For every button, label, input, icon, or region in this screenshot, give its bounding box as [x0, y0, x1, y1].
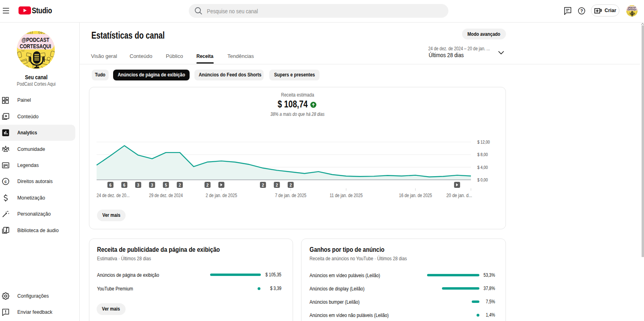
svg-text:$ 12,00: $ 12,00	[477, 140, 490, 144]
svg-text:2: 2	[206, 183, 209, 187]
svg-text:16 de jan. de 2025: 16 de jan. de 2025	[399, 193, 432, 198]
svg-text:2: 2	[276, 183, 278, 187]
svg-text:24 de dez. de 20...: 24 de dez. de 20...	[97, 193, 130, 198]
svg-text:20 de jan. d...: 20 de jan. d...	[446, 193, 472, 198]
svg-text:2: 2	[179, 183, 181, 187]
svg-text:11 de jan. de 2025: 11 de jan. de 2025	[330, 193, 363, 198]
svg-text:?: ?	[580, 8, 583, 13]
svg-text:$ 4,00: $ 4,00	[477, 165, 488, 170]
svg-text:2 de jan. de 2025: 2 de jan. de 2025	[206, 193, 237, 198]
svg-text:7 de jan. de 2025: 7 de jan. de 2025	[275, 193, 306, 198]
svg-text:6: 6	[109, 183, 112, 187]
svg-text:6: 6	[123, 183, 126, 187]
svg-text:29 de dez. de 2024: 29 de dez. de 2024	[149, 193, 183, 198]
svg-text:3: 3	[137, 183, 140, 187]
svg-text:5: 5	[165, 183, 167, 187]
svg-text:$ 0,00: $ 0,00	[477, 177, 488, 182]
svg-text:2: 2	[262, 183, 264, 187]
svg-text:3: 3	[151, 183, 153, 187]
svg-text:$ 8,00: $ 8,00	[477, 152, 488, 157]
svg-text:c: c	[4, 179, 7, 184]
svg-text:2: 2	[289, 183, 292, 187]
